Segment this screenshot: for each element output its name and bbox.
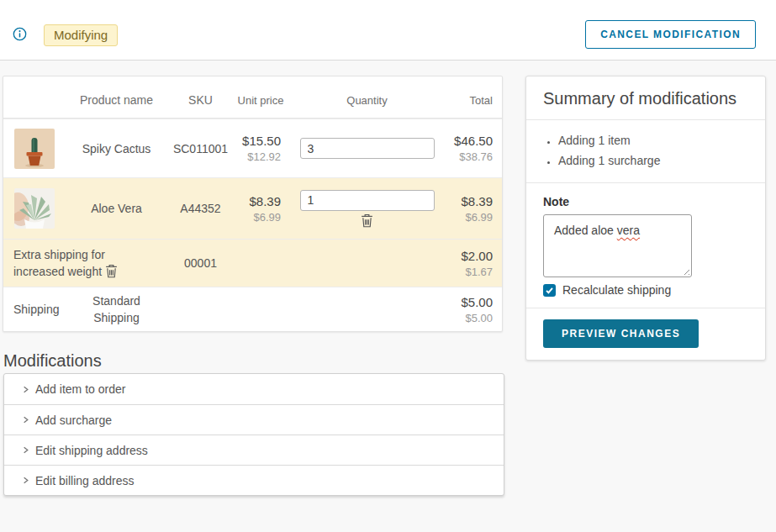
shipping-total: $5.00 (449, 294, 493, 311)
recalculate-shipping-label: Recalculate shipping (562, 283, 671, 297)
accordion-edit-billing-address[interactable]: Edit billing address (4, 465, 504, 495)
accordion-label: Add surcharge (35, 413, 112, 427)
cancel-modification-button[interactable]: CANCEL MODIFICATION (585, 20, 756, 49)
recalculate-shipping-checkbox-row[interactable]: Recalculate shipping (543, 283, 748, 297)
table-row-aloe-vera: Aloe Vera A44352 $8.39 $6.99 $8.39 (3, 177, 502, 239)
chevron-right-icon (21, 415, 30, 424)
product-sku: SC011001 (165, 142, 236, 155)
line-total-original: $38.76 (449, 150, 493, 164)
summary-title: Summary of modifications (543, 89, 748, 108)
summary-panel: Summary of modifications Adding 1 item A… (525, 76, 766, 361)
accordion-label: Edit billing address (35, 474, 135, 487)
info-icon[interactable] (13, 27, 27, 41)
status-badge: Modifying (44, 24, 118, 46)
unit-price-original: $12.92 (236, 150, 281, 164)
preview-changes-button[interactable]: PREVIEW CHANGES (543, 319, 699, 348)
product-name: Spiky Cactus (68, 142, 165, 155)
header-sku: SKU (165, 93, 236, 118)
chevron-right-icon (21, 385, 30, 394)
accordion-add-surcharge[interactable]: Add surcharge (4, 404, 504, 435)
summary-bullet: Adding 1 surcharge (558, 150, 765, 171)
summary-bullet: Adding 1 item (558, 130, 765, 150)
surcharge-total: $2.00 (449, 248, 493, 265)
accordion-edit-shipping-address[interactable]: Edit shipping address (4, 435, 504, 465)
product-image-cactus (14, 129, 55, 169)
accordion-add-item[interactable]: Add item to order (4, 374, 504, 404)
note-text-misspelled: vera (617, 224, 640, 237)
accordion-label: Edit shipping address (35, 444, 148, 457)
surcharge-label: Extra shipping for increased weight (13, 248, 105, 278)
trash-icon[interactable] (105, 264, 118, 278)
table-row-surcharge: Extra shipping for increased weight 0000… (3, 239, 502, 287)
line-total-original: $6.99 (449, 210, 493, 224)
line-total: $8.39 (449, 193, 493, 210)
line-total: $46.50 (449, 133, 493, 150)
table-row-shipping: Shipping Standard Shipping $5.00 $5.00 (3, 287, 502, 331)
modifications-accordion: Add item to order Add surcharge Edit shi… (3, 373, 504, 496)
chevron-right-icon (21, 445, 30, 455)
header-image-spacer (3, 107, 68, 118)
accordion-label: Add item to order (35, 382, 125, 396)
recalculate-shipping-checkbox[interactable] (543, 284, 556, 297)
unit-price-original: $6.99 (236, 210, 281, 224)
note-text: Added aloe (554, 224, 617, 237)
quantity-input-aloe[interactable] (300, 190, 435, 211)
check-icon (545, 286, 554, 295)
shipping-label: Shipping (3, 303, 68, 316)
chevron-right-icon (21, 476, 30, 485)
textarea-resize-handle[interactable] (682, 267, 689, 275)
modifications-title: Modifications (3, 351, 102, 371)
order-items-table: Product name SKU Unit price Quantity Tot… (3, 76, 503, 332)
summary-bullet-list: Adding 1 item Adding 1 surcharge (526, 130, 765, 171)
shipping-total-original: $5.00 (449, 311, 493, 325)
product-sku: A44352 (165, 202, 236, 215)
trash-icon[interactable] (361, 213, 373, 228)
header-product-name: Product name (68, 93, 165, 118)
unit-price: $8.39 (236, 193, 281, 210)
top-bar: Modifying CANCEL MODIFICATION (0, 0, 776, 61)
shipping-method: Standard Shipping (68, 292, 165, 326)
product-name: Aloe Vera (68, 202, 165, 215)
table-row-spiky-cactus: Spiky Cactus SC011001 $15.50 $12.92 $46.… (3, 119, 502, 177)
surcharge-sku: 00001 (165, 256, 236, 270)
product-image-aloe (14, 188, 55, 229)
header-unit-price: Unit price (236, 94, 285, 118)
unit-price: $15.50 (236, 133, 281, 150)
quantity-input-cactus[interactable] (300, 138, 435, 159)
note-textarea[interactable]: Added aloe vera (543, 214, 692, 277)
surcharge-total-original: $1.67 (449, 265, 493, 279)
note-label: Note (543, 195, 748, 208)
header-total: Total (449, 94, 504, 118)
table-header-row: Product name SKU Unit price Quantity Tot… (3, 76, 502, 119)
header-quantity: Quantity (285, 94, 449, 118)
